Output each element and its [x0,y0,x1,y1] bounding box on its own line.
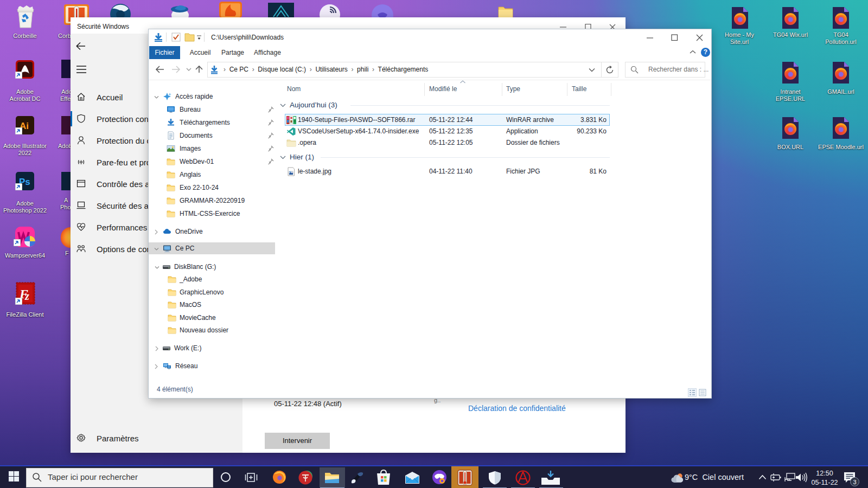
svg-text:z: z [24,290,29,302]
